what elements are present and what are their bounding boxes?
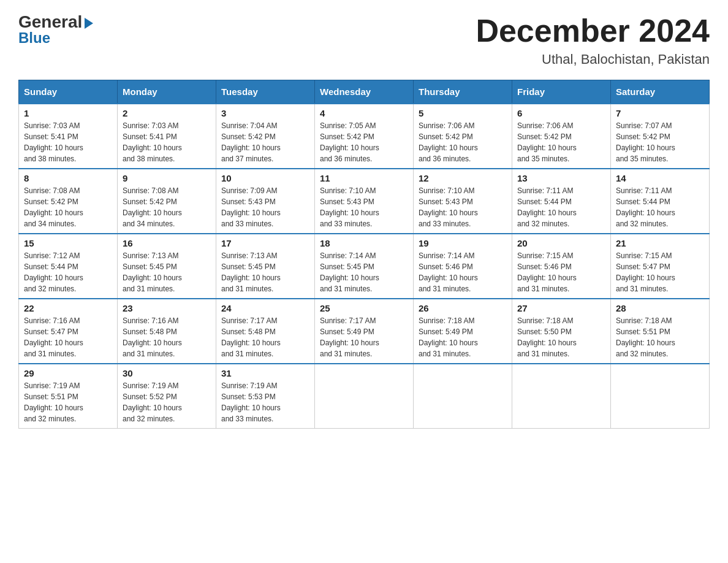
day-info: Sunrise: 7:03 AM Sunset: 5:41 PM Dayligh… (24, 120, 112, 164)
day-info: Sunrise: 7:11 AM Sunset: 5:44 PM Dayligh… (517, 185, 605, 229)
day-number: 12 (419, 173, 507, 183)
day-info: Sunrise: 7:03 AM Sunset: 5:41 PM Dayligh… (123, 120, 211, 164)
day-number: 31 (221, 368, 309, 378)
day-info: Sunrise: 7:15 AM Sunset: 5:47 PM Dayligh… (616, 250, 704, 294)
calendar-cell: 14 Sunrise: 7:11 AM Sunset: 5:44 PM Dayl… (611, 169, 710, 234)
day-number: 5 (419, 108, 507, 118)
day-number: 22 (24, 303, 112, 313)
calendar-cell: 28 Sunrise: 7:18 AM Sunset: 5:51 PM Dayl… (611, 299, 710, 364)
column-header-friday: Friday (512, 80, 611, 104)
calendar-cell: 8 Sunrise: 7:08 AM Sunset: 5:42 PM Dayli… (19, 169, 118, 234)
page-header: General Blue December 2024 Uthal, Baloch… (18, 12, 710, 67)
day-number: 6 (517, 108, 605, 118)
day-info: Sunrise: 7:09 AM Sunset: 5:43 PM Dayligh… (221, 185, 309, 229)
day-number: 4 (320, 108, 408, 118)
calendar-cell: 20 Sunrise: 7:15 AM Sunset: 5:46 PM Dayl… (512, 234, 611, 299)
calendar-cell: 5 Sunrise: 7:06 AM Sunset: 5:42 PM Dayli… (414, 104, 512, 169)
day-info: Sunrise: 7:13 AM Sunset: 5:45 PM Dayligh… (123, 250, 211, 294)
calendar-cell: 6 Sunrise: 7:06 AM Sunset: 5:42 PM Dayli… (512, 104, 611, 169)
day-info: Sunrise: 7:10 AM Sunset: 5:43 PM Dayligh… (419, 185, 507, 229)
day-number: 10 (221, 173, 309, 183)
day-info: Sunrise: 7:18 AM Sunset: 5:51 PM Dayligh… (616, 315, 704, 359)
column-header-saturday: Saturday (611, 80, 710, 104)
day-number: 13 (517, 173, 605, 183)
day-info: Sunrise: 7:08 AM Sunset: 5:42 PM Dayligh… (123, 185, 211, 229)
calendar-week-row: 15 Sunrise: 7:12 AM Sunset: 5:44 PM Dayl… (19, 234, 710, 299)
day-info: Sunrise: 7:10 AM Sunset: 5:43 PM Dayligh… (320, 185, 408, 229)
day-info: Sunrise: 7:16 AM Sunset: 5:47 PM Dayligh… (24, 315, 112, 359)
calendar-cell: 27 Sunrise: 7:18 AM Sunset: 5:50 PM Dayl… (512, 299, 611, 364)
logo-arrow-icon (85, 18, 93, 29)
calendar-week-row: 8 Sunrise: 7:08 AM Sunset: 5:42 PM Dayli… (19, 169, 710, 234)
column-header-monday: Monday (118, 80, 216, 104)
calendar-week-row: 29 Sunrise: 7:19 AM Sunset: 5:51 PM Dayl… (19, 364, 710, 429)
day-number: 8 (24, 173, 112, 183)
calendar-cell: 3 Sunrise: 7:04 AM Sunset: 5:42 PM Dayli… (216, 104, 315, 169)
day-info: Sunrise: 7:16 AM Sunset: 5:48 PM Dayligh… (123, 315, 211, 359)
calendar-cell: 31 Sunrise: 7:19 AM Sunset: 5:53 PM Dayl… (216, 364, 315, 429)
day-number: 29 (24, 368, 112, 378)
day-number: 7 (616, 108, 704, 118)
day-info: Sunrise: 7:05 AM Sunset: 5:42 PM Dayligh… (320, 120, 408, 164)
day-info: Sunrise: 7:17 AM Sunset: 5:49 PM Dayligh… (320, 315, 408, 359)
column-header-thursday: Thursday (414, 80, 512, 104)
day-number: 9 (123, 173, 211, 183)
calendar-cell: 13 Sunrise: 7:11 AM Sunset: 5:44 PM Dayl… (512, 169, 611, 234)
logo: General Blue (18, 12, 93, 47)
calendar-cell: 29 Sunrise: 7:19 AM Sunset: 5:51 PM Dayl… (19, 364, 118, 429)
title-section: December 2024 Uthal, Balochistan, Pakist… (476, 12, 710, 67)
calendar-cell (611, 364, 710, 429)
day-number: 23 (123, 303, 211, 313)
logo-blue-text: Blue (18, 29, 50, 47)
column-header-sunday: Sunday (19, 80, 118, 104)
calendar-week-row: 22 Sunrise: 7:16 AM Sunset: 5:47 PM Dayl… (19, 299, 710, 364)
day-number: 25 (320, 303, 408, 313)
day-info: Sunrise: 7:14 AM Sunset: 5:45 PM Dayligh… (320, 250, 408, 294)
day-info: Sunrise: 7:08 AM Sunset: 5:42 PM Dayligh… (24, 185, 112, 229)
day-info: Sunrise: 7:15 AM Sunset: 5:46 PM Dayligh… (517, 250, 605, 294)
calendar-cell: 7 Sunrise: 7:07 AM Sunset: 5:42 PM Dayli… (611, 104, 710, 169)
calendar-cell: 25 Sunrise: 7:17 AM Sunset: 5:49 PM Dayl… (315, 299, 414, 364)
calendar-cell (414, 364, 512, 429)
day-number: 3 (221, 108, 309, 118)
day-info: Sunrise: 7:06 AM Sunset: 5:42 PM Dayligh… (419, 120, 507, 164)
day-info: Sunrise: 7:14 AM Sunset: 5:46 PM Dayligh… (419, 250, 507, 294)
column-header-tuesday: Tuesday (216, 80, 315, 104)
calendar-cell: 17 Sunrise: 7:13 AM Sunset: 5:45 PM Dayl… (216, 234, 315, 299)
day-number: 30 (123, 368, 211, 378)
day-number: 19 (419, 238, 507, 248)
calendar-cell: 26 Sunrise: 7:18 AM Sunset: 5:49 PM Dayl… (414, 299, 512, 364)
calendar-header-row: SundayMondayTuesdayWednesdayThursdayFrid… (19, 80, 710, 104)
day-info: Sunrise: 7:12 AM Sunset: 5:44 PM Dayligh… (24, 250, 112, 294)
day-info: Sunrise: 7:06 AM Sunset: 5:42 PM Dayligh… (517, 120, 605, 164)
day-info: Sunrise: 7:19 AM Sunset: 5:51 PM Dayligh… (24, 380, 112, 424)
day-number: 15 (24, 238, 112, 248)
calendar-cell: 11 Sunrise: 7:10 AM Sunset: 5:43 PM Dayl… (315, 169, 414, 234)
calendar-week-row: 1 Sunrise: 7:03 AM Sunset: 5:41 PM Dayli… (19, 104, 710, 169)
calendar-cell: 15 Sunrise: 7:12 AM Sunset: 5:44 PM Dayl… (19, 234, 118, 299)
day-number: 1 (24, 108, 112, 118)
calendar-cell: 16 Sunrise: 7:13 AM Sunset: 5:45 PM Dayl… (118, 234, 216, 299)
calendar-cell: 2 Sunrise: 7:03 AM Sunset: 5:41 PM Dayli… (118, 104, 216, 169)
day-info: Sunrise: 7:13 AM Sunset: 5:45 PM Dayligh… (221, 250, 309, 294)
column-header-wednesday: Wednesday (315, 80, 414, 104)
calendar-cell (512, 364, 611, 429)
day-info: Sunrise: 7:19 AM Sunset: 5:52 PM Dayligh… (123, 380, 211, 424)
day-number: 18 (320, 238, 408, 248)
day-number: 27 (517, 303, 605, 313)
day-info: Sunrise: 7:11 AM Sunset: 5:44 PM Dayligh… (616, 185, 704, 229)
day-number: 11 (320, 173, 408, 183)
day-number: 24 (221, 303, 309, 313)
day-number: 17 (221, 238, 309, 248)
calendar-cell: 12 Sunrise: 7:10 AM Sunset: 5:43 PM Dayl… (414, 169, 512, 234)
day-info: Sunrise: 7:19 AM Sunset: 5:53 PM Dayligh… (221, 380, 309, 424)
day-info: Sunrise: 7:07 AM Sunset: 5:42 PM Dayligh… (616, 120, 704, 164)
day-number: 20 (517, 238, 605, 248)
calendar-cell: 4 Sunrise: 7:05 AM Sunset: 5:42 PM Dayli… (315, 104, 414, 169)
day-number: 26 (419, 303, 507, 313)
calendar-cell: 19 Sunrise: 7:14 AM Sunset: 5:46 PM Dayl… (414, 234, 512, 299)
day-number: 28 (616, 303, 704, 313)
day-info: Sunrise: 7:17 AM Sunset: 5:48 PM Dayligh… (221, 315, 309, 359)
calendar-cell: 23 Sunrise: 7:16 AM Sunset: 5:48 PM Dayl… (118, 299, 216, 364)
calendar-cell: 21 Sunrise: 7:15 AM Sunset: 5:47 PM Dayl… (611, 234, 710, 299)
